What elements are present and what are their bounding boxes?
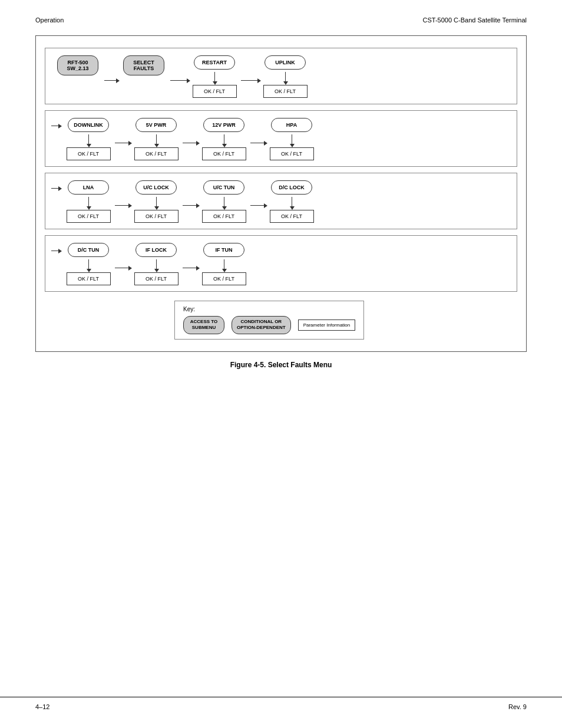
node-downlink-okflt: OK / FLT — [67, 147, 111, 160]
node-restart-okflt: OK / FLT — [193, 85, 237, 98]
node-dclock: D/C LOCK — [271, 180, 312, 195]
node-dctun: D/C TUN — [68, 243, 109, 257]
arrow-restart-uplink — [241, 80, 259, 81]
arrow-iflock-down — [156, 259, 157, 270]
row2-section: DOWNLINK OK / FLT 5V PWR OK / FLT 12V PW… — [45, 110, 517, 167]
node-uctun-okflt: OK / FLT — [202, 210, 246, 223]
header-right: CST-5000 C-Band Satellite Terminal — [423, 17, 527, 24]
arrow-hpa-down — [292, 134, 292, 145]
arrow-downlink-5vpwr — [115, 143, 130, 143]
arrow-uplink-down — [285, 72, 286, 83]
node-downlink: DOWNLINK — [68, 118, 109, 132]
arrow-dctun-down — [88, 259, 89, 270]
node-group-uclock: U/C LOCK OK / FLT — [130, 180, 183, 223]
node-dclock-okflt: OK / FLT — [270, 210, 314, 223]
row4-section: D/C TUN OK / FLT IF LOCK OK / FLT IF TUN… — [45, 235, 517, 292]
arrow-uclock-uctun — [183, 205, 197, 206]
arrow-5vpwr-12vpwr — [183, 143, 197, 143]
key-title: Key: — [183, 306, 355, 312]
key-item-access: ACCESS TOSUBMENU — [183, 316, 224, 334]
arrow-uctun-dclock — [250, 205, 265, 206]
figure-caption: Figure 4-5. Select Faults Menu — [35, 361, 527, 369]
node-rft500: RFT-500SW_2.13 — [57, 55, 98, 75]
footer-right: Rev. 9 — [508, 703, 527, 710]
header-left: Operation — [35, 17, 64, 24]
node-group-hpa: HPA OK / FLT — [265, 118, 318, 160]
node-5vpwr: 5V PWR — [135, 118, 177, 132]
row3-section: LNA OK / FLT U/C LOCK OK / FLT U/C TUN O… — [45, 173, 517, 229]
arrow-selectfaults-restart — [170, 80, 188, 81]
node-group-restart: RESTART OK / FLT — [188, 55, 241, 98]
node-group-dclock: D/C LOCK OK / FLT — [265, 180, 318, 223]
arrow-dclock-down — [292, 197, 292, 207]
diagram-container: RFT-500SW_2.13 SELECTFAULTS RESTART OK /… — [35, 35, 527, 352]
node-group-downlink: DOWNLINK OK / FLT — [62, 118, 115, 160]
arrow-12vpwr-down — [224, 134, 224, 145]
node-uclock-okflt: OK / FLT — [134, 210, 178, 223]
node-hpa-okflt: OK / FLT — [270, 147, 314, 160]
arrow-lna-uclock — [115, 205, 130, 206]
key-item-conditional: CONDITIONAL OROPTION-DEPENDENT — [232, 316, 291, 334]
node-group-rft500: RFT-500SW_2.13 — [51, 55, 104, 75]
row1-section: RFT-500SW_2.13 SELECTFAULTS RESTART OK /… — [45, 48, 517, 104]
arrow-restart-down — [214, 72, 215, 83]
node-lna: LNA — [68, 180, 109, 195]
node-12vpwr: 12V PWR — [203, 118, 244, 132]
lead-arrow-row4 — [51, 251, 59, 251]
arrow-lna-down — [88, 197, 89, 207]
node-dctun-okflt: OK / FLT — [67, 272, 111, 285]
node-group-iftun: IF TUN OK / FLT — [197, 243, 250, 285]
arrow-rft500-selectfaults — [104, 80, 117, 81]
arrow-iflock-iftun — [183, 268, 197, 268]
node-5vpwr-okflt: OK / FLT — [134, 147, 178, 160]
arrow-iftun-down — [224, 259, 224, 270]
node-uplink: UPLINK — [265, 55, 306, 70]
node-group-12vpwr: 12V PWR OK / FLT — [197, 118, 250, 160]
arrow-12vpwr-hpa — [250, 143, 265, 143]
lead-arrow-row2 — [51, 126, 59, 126]
node-iflock-okflt: OK / FLT — [134, 272, 178, 285]
key-box: Key: ACCESS TOSUBMENU CONDITIONAL OROPTI… — [174, 301, 364, 340]
node-selectfaults: SELECTFAULTS — [123, 55, 164, 75]
node-uplink-okflt: OK / FLT — [263, 85, 308, 98]
key-items: ACCESS TOSUBMENU CONDITIONAL OROPTION-DE… — [183, 316, 355, 334]
arrow-uctun-down — [224, 197, 224, 207]
arrow-uclock-down — [156, 197, 157, 207]
footer-left: 4–12 — [35, 703, 49, 710]
node-group-uctun: U/C TUN OK / FLT — [197, 180, 250, 223]
node-lna-okflt: OK / FLT — [67, 210, 111, 223]
page-footer: 4–12 Rev. 9 — [0, 697, 562, 716]
node-group-dctun: D/C TUN OK / FLT — [62, 243, 115, 285]
node-group-uplink: UPLINK OK / FLT — [259, 55, 312, 98]
node-group-5vpwr: 5V PWR OK / FLT — [130, 118, 183, 160]
node-restart: RESTART — [194, 55, 235, 70]
node-iflock: IF LOCK — [135, 243, 177, 257]
key-item-param: Parameter Information — [298, 319, 356, 331]
main-content: RFT-500SW_2.13 SELECTFAULTS RESTART OK /… — [0, 29, 562, 375]
node-group-lna: LNA OK / FLT — [62, 180, 115, 223]
node-12vpwr-okflt: OK / FLT — [202, 147, 246, 160]
node-iftun-okflt: OK / FLT — [202, 272, 246, 285]
lead-arrow-row3 — [51, 188, 59, 189]
node-uctun: U/C TUN — [203, 180, 244, 195]
arrow-dctun-iflock — [115, 268, 130, 268]
page-header: Operation CST-5000 C-Band Satellite Term… — [0, 0, 562, 29]
node-uclock: U/C LOCK — [135, 180, 177, 195]
node-group-selectfaults: SELECTFAULTS — [117, 55, 170, 75]
node-group-iflock: IF LOCK OK / FLT — [130, 243, 183, 285]
node-iftun: IF TUN — [203, 243, 244, 257]
arrow-5vpwr-down — [156, 134, 157, 145]
node-hpa: HPA — [271, 118, 312, 132]
arrow-downlink-down — [88, 134, 89, 145]
